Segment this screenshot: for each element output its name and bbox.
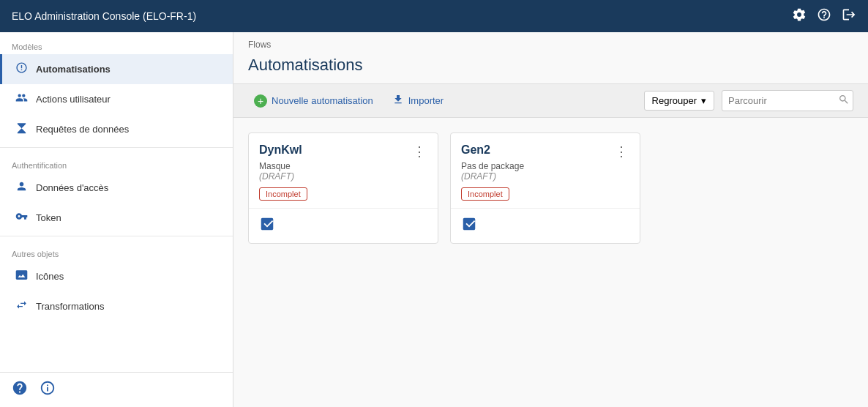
sidebar-item-actions-label: Actions utilisateur — [36, 94, 111, 105]
sidebar-item-requetes-label: Requêtes de données — [36, 124, 129, 135]
token-icon — [14, 210, 29, 225]
card-dynkwl-badge: Incomplet — [259, 187, 307, 201]
card-dynkwl-subtitle: Masque — [259, 161, 427, 171]
toolbar: + Nouvelle automatisation Importer Regro… — [233, 83, 868, 118]
sidebar-item-automatisations[interactable]: Automatisations — [0, 54, 233, 84]
card-dynkwl-footer — [249, 208, 438, 243]
sidebar-item-donnees-label: Données d'accès — [36, 182, 108, 193]
sidebar-item-transformations[interactable]: Transformations — [0, 291, 233, 321]
card-gen2-status: (DRAFT) — [461, 171, 629, 182]
sidebar-item-token-label: Token — [36, 212, 61, 223]
sidebar-item-donnees-acces[interactable]: Données d'accès — [0, 173, 233, 203]
requetes-icon — [14, 122, 29, 137]
new-automatisation-button[interactable]: + Nouvelle automatisation — [248, 92, 379, 111]
cards-area: DynKwl ⋮ Masque (DRAFT) Incomplet — [233, 118, 868, 258]
content-area: Flows Automatisations + Nouvelle automat… — [233, 32, 868, 407]
card-gen2-header: Gen2 ⋮ Pas de package (DRAFT) Incomplet — [451, 133, 640, 208]
card-gen2-title: Gen2 — [461, 143, 490, 157]
card-gen2[interactable]: Gen2 ⋮ Pas de package (DRAFT) Incomplet — [450, 132, 640, 244]
header-icons — [792, 7, 856, 26]
gear-icon[interactable] — [792, 7, 807, 26]
card-dynkwl-title: DynKwl — [259, 143, 302, 157]
logout-icon[interactable] — [842, 7, 856, 26]
import-icon — [392, 94, 404, 108]
import-label: Importer — [408, 95, 444, 106]
icones-icon — [14, 269, 29, 284]
sidebar-item-requetes-donnees[interactable]: Requêtes de données — [0, 114, 233, 144]
card-gen2-footer — [451, 208, 640, 243]
card-gen2-badge: Incomplet — [461, 187, 509, 201]
sidebar-section-auth: Authentification — [0, 151, 233, 173]
automatisations-icon — [14, 61, 29, 77]
sidebar-info-icon[interactable] — [40, 380, 56, 400]
sidebar-item-automatisations-label: Automatisations — [36, 64, 111, 75]
app-title: ELO Administration Console (ELO-FR-1) — [12, 10, 196, 22]
divider-2 — [0, 236, 233, 236]
sidebar-section-autres: Autres objets — [0, 239, 233, 261]
import-button[interactable]: Importer — [386, 91, 449, 111]
page-title: Automatisations — [233, 53, 868, 83]
plus-icon: + — [254, 94, 267, 108]
new-automatisation-label: Nouvelle automatisation — [272, 95, 373, 106]
card-dynkwl-header: DynKwl ⋮ Masque (DRAFT) Incomplet — [249, 133, 438, 208]
breadcrumb: Flows — [233, 32, 868, 53]
card-gen2-menu-icon[interactable]: ⋮ — [613, 143, 629, 160]
group-button[interactable]: Regrouper ▾ — [644, 91, 714, 111]
sidebar-footer — [0, 372, 233, 407]
chevron-down-icon: ▾ — [701, 95, 706, 106]
sidebar-item-transformations-label: Transformations — [36, 301, 104, 312]
card-dynkwl-flow-icon[interactable] — [259, 220, 275, 235]
help-icon[interactable] — [817, 7, 831, 26]
card-gen2-flow-icon[interactable] — [461, 220, 477, 235]
card-dynkwl[interactable]: DynKwl ⋮ Masque (DRAFT) Incomplet — [248, 132, 438, 244]
search-box — [722, 90, 853, 111]
sidebar-section-modeles: Modèles — [0, 32, 233, 54]
sidebar: Modèles Automatisations Actions utilisat… — [0, 32, 233, 407]
card-dynkwl-title-row: DynKwl ⋮ — [259, 143, 427, 160]
group-label: Regrouper — [652, 95, 697, 106]
sidebar-item-actions-utilisateur[interactable]: Actions utilisateur — [0, 84, 233, 114]
card-dynkwl-menu-icon[interactable]: ⋮ — [411, 143, 427, 160]
top-header: ELO Administration Console (ELO-FR-1) — [0, 0, 868, 32]
sidebar-item-icones-label: Icônes — [36, 271, 64, 282]
donnees-acces-icon — [14, 180, 29, 195]
actions-utilisateur-icon — [14, 92, 29, 107]
transformations-icon — [14, 299, 29, 314]
sidebar-item-icones[interactable]: Icônes — [0, 261, 233, 291]
sidebar-help-icon[interactable] — [12, 380, 28, 400]
card-gen2-title-row: Gen2 ⋮ — [461, 143, 629, 160]
search-input[interactable] — [728, 95, 838, 106]
sidebar-item-token[interactable]: Token — [0, 203, 233, 233]
main-area: Modèles Automatisations Actions utilisat… — [0, 32, 868, 407]
card-gen2-subtitle: Pas de package — [461, 161, 629, 171]
card-dynkwl-status: (DRAFT) — [259, 171, 427, 182]
search-icon — [838, 94, 850, 108]
divider-1 — [0, 147, 233, 148]
